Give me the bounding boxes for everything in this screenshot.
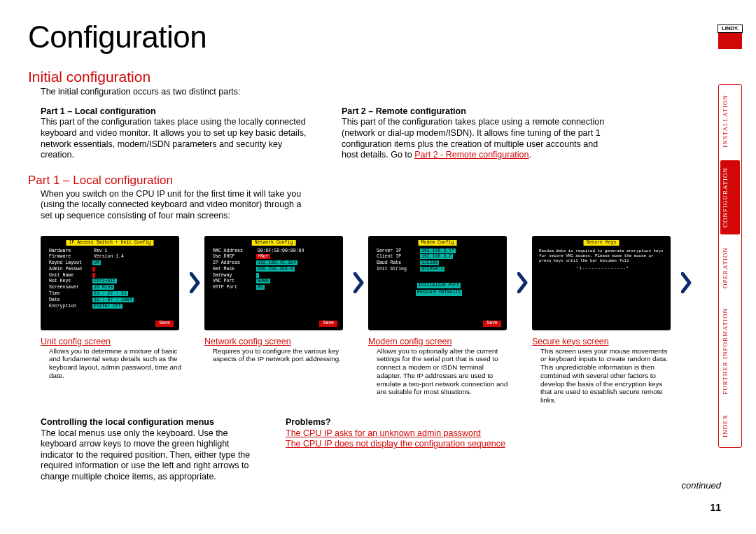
field-label: Init String [375,267,419,273]
chevron-right-icon [351,236,368,330]
chevron-right-icon [188,236,204,330]
field-value [92,267,95,272]
field-label: VNC Port [211,279,255,285]
page-number: 11 [710,502,721,513]
problem-link-sequence[interactable]: The CPU IP does not display the configur… [286,439,566,450]
nav-further-information[interactable]: FURTHER INFORMATION [720,301,740,402]
controlling-heading: Controlling the local configuration menu… [41,417,258,428]
field-value: 21 : 27 : 31 [92,291,128,296]
action-row[interactable]: Restore Defaults [416,290,462,296]
save-button[interactable]: Save [319,321,337,327]
field-label: Gateway [211,273,255,279]
action-row[interactable]: Initialize Port [417,283,461,289]
section-heading: Initial configuration [28,69,707,85]
field-label: Encryption [48,304,91,310]
field-label: Time [48,291,91,297]
field-value: UK [92,260,101,265]
part1-intro: When you switch on the CPU IP unit for t… [41,189,307,222]
brand-logo-text: LINDY. [718,24,743,33]
screen-modem-config: Modem Config Server IP192.168.3.1*Client… [368,236,507,330]
field-label: Hot Keys [48,279,91,285]
caption-secure-keys-text: This screen uses your mouse movements or… [540,347,673,405]
field-label: Firmware [48,254,91,260]
caption-secure-keys-link[interactable]: Secure keys screen [532,337,609,346]
field-label: Screensaver [48,285,91,291]
caption-unit-config-text: Allows you to determine a mixture of bas… [49,347,182,380]
screen-title: IP Access Switch + Unit Config [66,240,153,246]
problems-heading: Problems? [286,417,566,428]
field-value: 115200 [420,260,439,265]
field-label: Client IP [375,254,419,260]
part2-body: This part of the configuration takes pla… [342,117,615,161]
caption-unit-config-link[interactable]: Unit config screen [41,337,111,346]
part2-remote-link[interactable]: Part 2 - Remote configuration [414,150,528,160]
problem-link-password[interactable]: The CPU IP asks for an unknown admin pas… [286,428,566,440]
part2-heading: Part 2 – Remote configuration [342,106,615,118]
field-value: +No+ [256,254,270,259]
screen-unit-config: IP Access Switch + Unit Config HardwareR… [41,236,179,330]
nav-index[interactable]: INDEX [720,407,740,444]
field-value: 192.168.42.154 [256,260,298,265]
screen-network-config: Network Config MAC Address00:0F:58:00:00… [204,236,343,330]
field-value: 192.168.3.1* [420,248,456,253]
field-label: Baud Rate [375,260,419,267]
nav-installation[interactable]: INSTALLATION [720,87,740,155]
field-value: 10 Mins [92,285,114,290]
field-label: Date [48,297,91,304]
brand-logo: LINDY. [718,25,742,49]
field-value: 00:0F:58:00:00:04 [256,248,305,253]
field-label: Unit Name [48,273,91,279]
field-label: MAC Address [211,248,255,255]
field-label: HTTP Port [211,285,255,291]
field-label: Net Mask [211,267,255,273]
screen-secure-keys: Secure Keys Random data is required to g… [532,236,671,330]
controlling-body: The local menus use only the keyboard. U… [41,428,250,482]
field-label: Server IP [375,248,419,255]
caption-modem-config-text: Allows you to optionally alter the curre… [377,347,510,397]
field-label: Use DHCP [211,254,255,260]
field-value: Prefer Off [92,304,122,309]
page-title: Configuration [28,20,707,55]
part1-subheading: Part 1 – Local configuration [28,174,707,188]
continued-label: continued [682,480,721,491]
side-nav: INSTALLATION CONFIGURATION OPERATION FUR… [718,84,742,448]
field-value: 5900 [256,279,270,283]
field-label: Keybd Layout [48,260,91,267]
caption-network-config-text: Requires you to configure the various ke… [213,347,346,364]
part1-body: This part of the configuration takes pla… [41,117,314,161]
field-value: 192.168.3.2 [420,254,453,259]
progress-bar: *I--------------* [539,266,666,272]
field-value: 255.255.255.0 [256,267,295,272]
field-value: 80 [256,285,265,290]
field-value: Ctrl+Alt [92,279,117,283]
field-value: Rev 1 [92,248,109,253]
field-value: ATZHS0=1 [420,267,444,272]
screen-title: Modem Config [419,240,457,246]
screen-title: Network Config [252,240,296,246]
field-label: Admin Passwd [48,267,91,273]
secure-keys-text: Random data is required to generate encr… [539,248,666,264]
part1-heading: Part 1 – Local configuration [41,106,314,118]
field-label: Hardware [48,248,91,255]
field-label: IP Address [211,260,255,267]
field-value [92,273,95,278]
nav-operation[interactable]: OPERATION [720,240,740,295]
chevron-right-icon [515,236,532,330]
caption-modem-config-link[interactable]: Modem config screen [368,337,452,346]
field-value: 15 : 07 : 2004 [92,297,134,302]
part2-body-b: . [529,150,531,160]
caption-network-config-link[interactable]: Network config screen [204,337,291,346]
save-button[interactable]: Save [483,321,501,327]
section-intro: The initial configuration occurs as two … [41,87,707,98]
field-value [256,273,259,278]
screen-title: Secure Keys [584,240,620,246]
save-button[interactable]: Save [155,321,174,327]
chevron-right-icon [679,236,696,330]
nav-configuration[interactable]: CONFIGURATION [720,160,740,234]
field-value: Version 1.4 [92,254,125,259]
